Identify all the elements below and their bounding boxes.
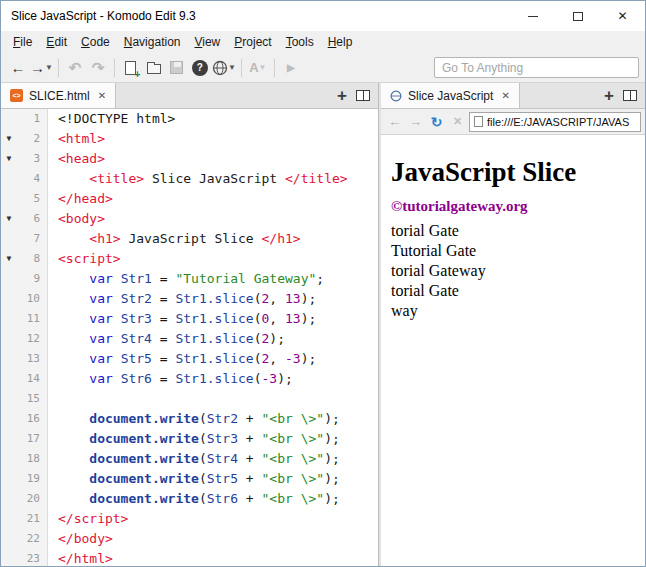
new-tab-button[interactable]: + xyxy=(337,87,347,104)
line-number: 4 xyxy=(17,169,48,189)
new-file-button[interactable] xyxy=(120,56,142,80)
refresh-button[interactable]: ↻ xyxy=(427,112,446,132)
address-bar[interactable]: file:///E:/JAVASCRIPT/JAVAS xyxy=(469,112,641,132)
code-line-11[interactable]: 11 var Str3 = Str1.slice(0, 13); xyxy=(1,309,378,329)
forward-icon: → xyxy=(30,59,45,76)
code-editor[interactable]: 1<!DOCTYPE html>▼2<html>▼3<head>4 <title… xyxy=(1,109,378,566)
browser-pane: Slice JavaScript ✕ + ← → ↻ ✕ file:///E:/… xyxy=(381,83,645,566)
browser-forward-button[interactable]: → xyxy=(406,112,425,132)
menu-help[interactable]: Help xyxy=(321,33,360,51)
browser-preview-button[interactable]: ▼ xyxy=(212,56,236,80)
code-text: document.write(Str5 + "<br \>"); xyxy=(48,469,340,489)
fold-arrow-icon[interactable]: ▼ xyxy=(1,249,17,269)
fold-margin xyxy=(1,489,17,509)
menu-bar: FileEditCodeNavigationViewProjectToolsHe… xyxy=(1,31,645,53)
save-icon xyxy=(170,61,183,74)
menu-tools[interactable]: Tools xyxy=(279,33,321,51)
split-view-button[interactable] xyxy=(356,90,370,101)
output-line: torial Gate xyxy=(391,221,635,241)
globe-icon xyxy=(212,60,228,76)
back-button[interactable]: ← xyxy=(7,56,29,80)
code-line-4[interactable]: 4 <title> Slice JavaScript </title> xyxy=(1,169,378,189)
fold-arrow-icon[interactable]: ▼ xyxy=(1,129,17,149)
tab-slice-javascript[interactable]: Slice JavaScript ✕ xyxy=(381,83,520,108)
code-line-14[interactable]: 14 var Str6 = Str1.slice(-3); xyxy=(1,369,378,389)
close-button[interactable]: ✕ xyxy=(600,1,645,31)
line-number: 13 xyxy=(17,349,48,369)
line-number: 5 xyxy=(17,189,48,209)
menu-view[interactable]: View xyxy=(187,33,227,51)
open-file-button[interactable] xyxy=(143,56,165,80)
stop-icon: ✕ xyxy=(453,115,462,128)
code-text: var Str5 = Str1.slice(2, -3); xyxy=(48,349,316,369)
code-line-21[interactable]: 21</script> xyxy=(1,509,378,529)
fold-arrow-icon[interactable]: ▼ xyxy=(1,149,17,169)
new-tab-button[interactable]: + xyxy=(604,87,614,104)
menu-edit[interactable]: Edit xyxy=(39,33,74,51)
maximize-icon xyxy=(573,12,583,21)
code-line-17[interactable]: 17 document.write(Str3 + "<br \>"); xyxy=(1,429,378,449)
code-text xyxy=(48,389,58,409)
tab-slice-html[interactable]: <> SLICE.html ✕ xyxy=(1,83,116,108)
close-tab-icon[interactable]: ✕ xyxy=(98,90,106,101)
play-icon: ▶ xyxy=(287,62,295,73)
code-line-1[interactable]: 1<!DOCTYPE html> xyxy=(1,109,378,129)
redo-button[interactable]: ↷ xyxy=(87,56,109,80)
code-text: <title> Slice JavaScript </title> xyxy=(48,169,348,189)
fold-margin xyxy=(1,389,17,409)
code-line-20[interactable]: 20 document.write(Str6 + "<br \>"); xyxy=(1,489,378,509)
forward-button[interactable]: →▼ xyxy=(30,56,53,80)
fold-margin xyxy=(1,549,17,566)
editor-tabbar-controls: + xyxy=(337,83,378,108)
globe-icon xyxy=(390,90,402,102)
chevron-down-icon: ▼ xyxy=(45,63,53,72)
fold-margin xyxy=(1,509,17,529)
code-line-2[interactable]: ▼2<html> xyxy=(1,129,378,149)
code-line-15[interactable]: 15 xyxy=(1,389,378,409)
menu-file[interactable]: File xyxy=(6,33,39,51)
menu-navigation[interactable]: Navigation xyxy=(117,33,188,51)
save-button[interactable] xyxy=(166,56,188,80)
code-line-3[interactable]: ▼3<head> xyxy=(1,149,378,169)
code-text: <html> xyxy=(48,129,105,149)
browser-nav-bar: ← → ↻ ✕ file:///E:/JAVASCRIPT/JAVAS xyxy=(381,109,645,135)
fold-arrow-icon[interactable]: ▼ xyxy=(1,209,17,229)
font-button[interactable]: A▼ xyxy=(247,56,269,80)
code-line-23[interactable]: 23</html> xyxy=(1,549,378,566)
code-line-18[interactable]: 18 document.write(Str4 + "<br \>"); xyxy=(1,449,378,469)
menu-project[interactable]: Project xyxy=(227,33,278,51)
open-folder-icon xyxy=(147,64,161,74)
code-text: </body> xyxy=(48,529,113,549)
go-to-anything-input[interactable] xyxy=(434,57,639,78)
chevron-down-icon: ▼ xyxy=(228,63,236,72)
code-line-10[interactable]: 10 var Str2 = Str1.slice(2, 13); xyxy=(1,289,378,309)
minimize-button[interactable] xyxy=(510,1,555,31)
line-number: 14 xyxy=(17,369,48,389)
line-number: 10 xyxy=(17,289,48,309)
split-view-button[interactable] xyxy=(623,90,637,101)
code-line-8[interactable]: ▼8<script> xyxy=(1,249,378,269)
close-tab-icon[interactable]: ✕ xyxy=(501,90,509,101)
minimize-icon xyxy=(528,16,538,17)
page-icon xyxy=(474,116,483,127)
menu-code[interactable]: Code xyxy=(74,33,117,51)
code-line-16[interactable]: 16 document.write(Str2 + "<br \>"); xyxy=(1,409,378,429)
code-line-19[interactable]: 19 document.write(Str5 + "<br \>"); xyxy=(1,469,378,489)
code-text: var Str4 = Str1.slice(2); xyxy=(48,329,285,349)
output-line: Tutorial Gate xyxy=(391,241,635,261)
code-line-6[interactable]: ▼6<body> xyxy=(1,209,378,229)
fold-margin xyxy=(1,469,17,489)
help-button[interactable]: ? xyxy=(189,56,211,80)
help-icon: ? xyxy=(192,60,208,76)
maximize-button[interactable] xyxy=(555,1,600,31)
code-line-22[interactable]: 22</body> xyxy=(1,529,378,549)
code-line-13[interactable]: 13 var Str5 = Str1.slice(2, -3); xyxy=(1,349,378,369)
stop-button[interactable]: ✕ xyxy=(448,112,467,132)
code-line-5[interactable]: 5</head> xyxy=(1,189,378,209)
code-line-12[interactable]: 12 var Str4 = Str1.slice(2); xyxy=(1,329,378,349)
run-macro-button[interactable]: ▶ xyxy=(280,56,302,80)
code-line-7[interactable]: 7 <h1> JavaScript Slice </h1> xyxy=(1,229,378,249)
code-line-9[interactable]: 9 var Str1 = "Tutorial Gateway"; xyxy=(1,269,378,289)
undo-button[interactable]: ↶ xyxy=(64,56,86,80)
browser-back-button[interactable]: ← xyxy=(385,112,404,132)
